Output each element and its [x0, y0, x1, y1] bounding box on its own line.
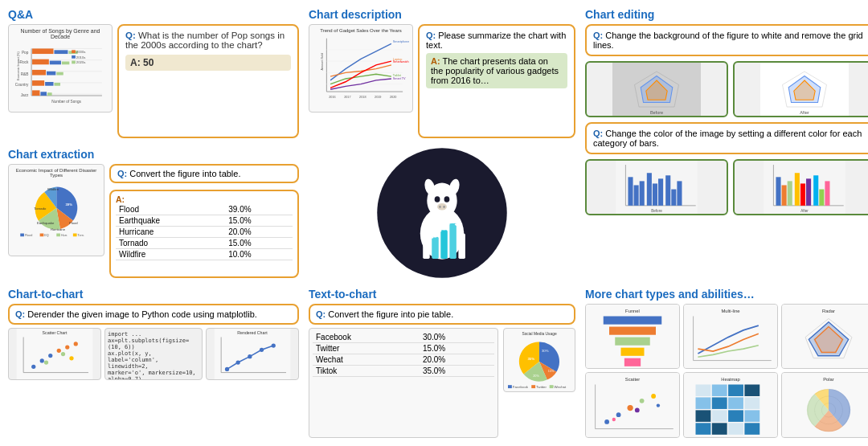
code-line: ax.plot(x, y, — [108, 350, 199, 357]
svg-rect-81 — [795, 173, 800, 206]
svg-point-128 — [48, 353, 52, 357]
svg-point-119 — [442, 226, 446, 230]
edit-q2-text: Change the color of the image by setting… — [593, 129, 862, 148]
svg-rect-160 — [621, 347, 645, 355]
ttc-q-text: Convert the figure into pie table. — [328, 309, 453, 319]
svg-rect-17 — [32, 70, 46, 76]
chart-desc-section: Chart description Trend of Gadget Sales … — [305, 5, 579, 141]
code-line: import ... — [108, 331, 199, 338]
svg-rect-189 — [744, 385, 760, 397]
svg-point-120 — [451, 219, 455, 223]
svg-text:Flood: Flood — [25, 234, 32, 237]
chart-desc-title: Chart description — [309, 8, 575, 21]
svg-point-117 — [424, 240, 428, 244]
svg-point-141 — [248, 354, 252, 358]
svg-rect-27 — [47, 92, 52, 96]
ctc-code: import ... ax=plt.subplots(figsize=(10, … — [104, 328, 203, 380]
svg-rect-161 — [624, 358, 641, 366]
qa-question: Q: What is the number of Pop songs in th… — [125, 31, 291, 50]
svg-point-126 — [31, 364, 35, 368]
svg-rect-198 — [696, 423, 711, 436]
svg-text:Twitter: Twitter — [536, 385, 547, 389]
svg-text:Funnel: Funnel — [625, 309, 640, 313]
ctc-q-text: Derender the given image to Python code … — [27, 309, 257, 319]
svg-rect-21 — [32, 80, 44, 86]
svg-rect-10 — [54, 50, 68, 54]
svg-text:Number of Songs: Number of Songs — [51, 100, 81, 104]
svg-point-176 — [604, 419, 609, 424]
svg-point-121 — [460, 230, 464, 234]
svg-rect-78 — [776, 177, 780, 206]
svg-rect-113 — [432, 236, 439, 258]
desc-q-label: Q: — [426, 31, 436, 40]
qa-bar-chart: Number of Songs by Genre and Decade Econ… — [8, 24, 113, 113]
svg-rect-197 — [744, 411, 760, 423]
qa-question-text: What is the number of Pop songs in the 2… — [125, 31, 285, 50]
extract-chart-title: Economic Impact of Different Disaster Ty… — [12, 168, 100, 178]
svg-text:After: After — [800, 110, 809, 115]
svg-point-177 — [616, 413, 621, 418]
svg-point-111 — [443, 205, 445, 207]
svg-rect-98 — [56, 233, 60, 236]
ctc-q-label: Q: — [15, 309, 25, 319]
svg-rect-31 — [72, 55, 76, 59]
qa-section: Q&A Number of Songs by Genre and Decade … — [5, 5, 302, 141]
ctc-q-bubble: Q: Derender the given image to Python co… — [8, 304, 299, 325]
svg-point-127 — [40, 358, 44, 362]
svg-rect-199 — [712, 423, 727, 436]
svg-point-142 — [260, 347, 264, 351]
svg-text:Heatmap: Heatmap — [721, 377, 740, 382]
svg-text:Before: Before — [650, 110, 663, 115]
chart-edit-title: Chart editing — [585, 8, 868, 21]
qa-answer: A: 50 — [125, 55, 291, 71]
extract-q-text: Convert the figure into table. — [129, 169, 240, 178]
ctc-title: Chart-to-chart — [8, 288, 299, 301]
svg-text:Country: Country — [15, 83, 29, 87]
svg-text:Radar: Radar — [822, 309, 835, 313]
svg-text:Smartwatch: Smartwatch — [393, 60, 409, 63]
more-chart-line: Multi-line — [683, 304, 778, 370]
svg-rect-26 — [40, 92, 47, 96]
svg-text:EQ: EQ — [44, 234, 49, 237]
svg-rect-191 — [712, 398, 727, 410]
svg-rect-29 — [72, 50, 76, 53]
svg-rect-186 — [696, 385, 711, 397]
chart-extract-section: Chart extraction Economic Impact of Diff… — [5, 145, 302, 281]
svg-text:Multi-line: Multi-line — [721, 309, 739, 313]
svg-rect-94 — [20, 233, 24, 236]
svg-text:Tornado: Tornado — [34, 206, 47, 210]
svg-text:Wechat: Wechat — [555, 385, 567, 389]
text-to-chart-section: Text-to-chart Q: Convert the figure into… — [305, 284, 579, 442]
svg-rect-80 — [788, 181, 792, 205]
edit-q2-label: Q: — [593, 129, 603, 138]
svg-text:Jazz: Jazz — [21, 93, 29, 97]
svg-text:Smart TV: Smart TV — [393, 77, 406, 80]
svg-text:2017: 2017 — [344, 96, 350, 99]
svg-rect-14 — [50, 61, 61, 65]
svg-text:2020s: 2020s — [76, 60, 86, 64]
edit-q2-bubble: Q: Change the color of the image by sett… — [585, 122, 868, 154]
svg-rect-79 — [782, 185, 787, 205]
code-line: label='column', linewidth=2, — [108, 357, 199, 370]
extract-q-bubble: Q: Convert the figure into table. — [109, 164, 299, 183]
code-line: marker='o', markersize=10, — [108, 370, 199, 376]
more-chart-heatmap: Heatmap — [683, 372, 778, 438]
ctc-output-chart: Rendered Chart — [206, 328, 299, 380]
table-row: Tiktok35.0% — [313, 365, 494, 376]
edit-q1-label: Q: — [593, 31, 603, 40]
svg-point-179 — [640, 399, 645, 403]
svg-rect-83 — [806, 178, 811, 206]
svg-rect-71 — [665, 175, 670, 206]
svg-rect-172 — [586, 373, 679, 437]
svg-text:Flood: Flood — [69, 221, 78, 225]
svg-rect-66 — [634, 185, 639, 205]
extract-pie-chart: Economic Impact of Different Disaster Ty… — [8, 164, 104, 256]
edit-q1-bubble: Q: Change the background of the figure t… — [585, 24, 868, 56]
desc-a-label: A: — [431, 56, 440, 66]
svg-text:Scatter Chart: Scatter Chart — [43, 330, 68, 335]
svg-text:2018: 2018 — [359, 96, 366, 99]
svg-rect-188 — [728, 385, 743, 397]
svg-text:Rendered Chart: Rendered Chart — [237, 330, 268, 335]
svg-text:Social Media Usage: Social Media Usage — [522, 331, 557, 335]
extract-a-label: A: — [116, 194, 125, 204]
